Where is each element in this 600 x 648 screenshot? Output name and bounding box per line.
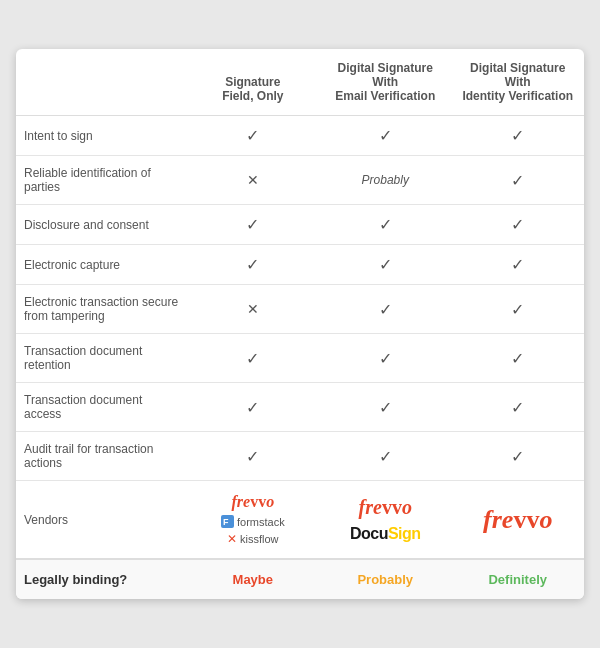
vendors-row: Vendors frevvo F formstack ✕	[16, 481, 584, 560]
checkmark-icon: ✓	[379, 350, 392, 367]
checkmark-icon: ✓	[511, 399, 524, 416]
probably-text: Probably	[362, 173, 409, 187]
col-header-signature-field: SignatureField, Only	[187, 49, 319, 116]
cell-check: ✓	[452, 334, 585, 383]
legally-col1: Maybe	[187, 559, 319, 599]
table-row: Intent to sign ✓ ✓ ✓	[16, 116, 584, 156]
feature-label: Reliable identification of parties	[16, 156, 187, 205]
maybe-text: Maybe	[233, 572, 273, 587]
formstack-text: formstack	[237, 516, 285, 528]
kissflow-logo: ✕ kissflow	[227, 532, 279, 546]
cell-check: ✓	[319, 116, 451, 156]
kissflow-icon: ✕	[227, 532, 237, 546]
cell-check: ✓	[452, 383, 585, 432]
table-row: Transaction document retention ✓ ✓ ✓	[16, 334, 584, 383]
table-row: Disclosure and consent ✓ ✓ ✓	[16, 205, 584, 245]
checkmark-icon: ✓	[246, 216, 259, 233]
feature-label: Audit trail for transaction actions	[16, 432, 187, 481]
cell-check: ✓	[319, 383, 451, 432]
checkmark-icon: ✓	[511, 301, 524, 318]
docusign-logo: DocuSign	[350, 525, 421, 543]
checkmark-icon: ✓	[246, 399, 259, 416]
cell-check: ✓	[452, 245, 585, 285]
vendors-col2: frevvo DocuSign	[319, 481, 451, 560]
checkmark-icon: ✓	[511, 172, 524, 189]
cross-icon: ✕	[247, 301, 259, 317]
cell-check: ✓	[319, 432, 451, 481]
feature-label: Disclosure and consent	[16, 205, 187, 245]
cell-cross: ✕	[187, 156, 319, 205]
feature-label: Transaction document access	[16, 383, 187, 432]
checkmark-icon: ✓	[246, 127, 259, 144]
cell-check: ✓	[187, 383, 319, 432]
checkmark-icon: ✓	[379, 399, 392, 416]
kissflow-text: kissflow	[240, 533, 279, 545]
legally-col2: Probably	[319, 559, 451, 599]
checkmark-icon: ✓	[511, 256, 524, 273]
checkmark-icon: ✓	[379, 127, 392, 144]
table-row: Electronic capture ✓ ✓ ✓	[16, 245, 584, 285]
cell-check: ✓	[187, 205, 319, 245]
cell-check: ✓	[452, 285, 585, 334]
vendors-col3: frevvo	[452, 481, 585, 560]
cell-check: ✓	[187, 334, 319, 383]
checkmark-icon: ✓	[379, 256, 392, 273]
frevo-logo-medium: frevvo	[359, 496, 412, 519]
table-row: Audit trail for transaction actions ✓ ✓ …	[16, 432, 584, 481]
cell-check: ✓	[319, 334, 451, 383]
feature-label: Electronic capture	[16, 245, 187, 285]
probably-text: Probably	[357, 572, 413, 587]
legally-binding-row: Legally binding? Maybe Probably Definite…	[16, 559, 584, 599]
cell-check: ✓	[319, 245, 451, 285]
cell-cross: ✕	[187, 285, 319, 334]
cell-check: ✓	[187, 245, 319, 285]
checkmark-icon: ✓	[511, 448, 524, 465]
checkmark-icon: ✓	[246, 448, 259, 465]
table-row: Electronic transaction secure from tampe…	[16, 285, 584, 334]
definitely-text: Definitely	[488, 572, 547, 587]
formstack-icon: F	[221, 515, 234, 528]
cross-icon: ✕	[247, 172, 259, 188]
legally-label: Legally binding?	[16, 559, 187, 599]
frevo-logo-small: frevvo	[231, 493, 274, 511]
cell-probably: Probably	[319, 156, 451, 205]
table-row: Reliable identification of parties ✕ Pro…	[16, 156, 584, 205]
table-row: Transaction document access ✓ ✓ ✓	[16, 383, 584, 432]
checkmark-icon: ✓	[511, 127, 524, 144]
feature-label: Electronic transaction secure from tampe…	[16, 285, 187, 334]
checkmark-icon: ✓	[511, 350, 524, 367]
comparison-card: SignatureField, Only Digital Signature W…	[16, 49, 584, 599]
col-header-email-verification: Digital Signature WithEmail Verification	[319, 49, 451, 116]
frevo-logo-large: frevvo	[483, 505, 552, 535]
comparison-table: SignatureField, Only Digital Signature W…	[16, 49, 584, 599]
checkmark-icon: ✓	[246, 350, 259, 367]
checkmark-icon: ✓	[379, 301, 392, 318]
cell-check: ✓	[319, 285, 451, 334]
svg-text:F: F	[223, 517, 229, 527]
feature-label: Intent to sign	[16, 116, 187, 156]
cell-check: ✓	[452, 205, 585, 245]
cell-check: ✓	[319, 205, 451, 245]
checkmark-icon: ✓	[246, 256, 259, 273]
cell-check: ✓	[452, 116, 585, 156]
checkmark-icon: ✓	[379, 216, 392, 233]
cell-check: ✓	[187, 116, 319, 156]
header-row: SignatureField, Only Digital Signature W…	[16, 49, 584, 116]
cell-check: ✓	[452, 432, 585, 481]
checkmark-icon: ✓	[379, 448, 392, 465]
feature-label: Transaction document retention	[16, 334, 187, 383]
cell-check: ✓	[187, 432, 319, 481]
col-header-identity-verification: Digital Signature WithIdentity Verificat…	[452, 49, 585, 116]
legally-col3: Definitely	[452, 559, 585, 599]
checkmark-icon: ✓	[511, 216, 524, 233]
vendors-col1: frevvo F formstack ✕ kissflow	[187, 481, 319, 560]
vendors-label: Vendors	[16, 481, 187, 560]
cell-check: ✓	[452, 156, 585, 205]
formstack-logo: F formstack	[221, 515, 285, 528]
col-header-feature	[16, 49, 187, 116]
